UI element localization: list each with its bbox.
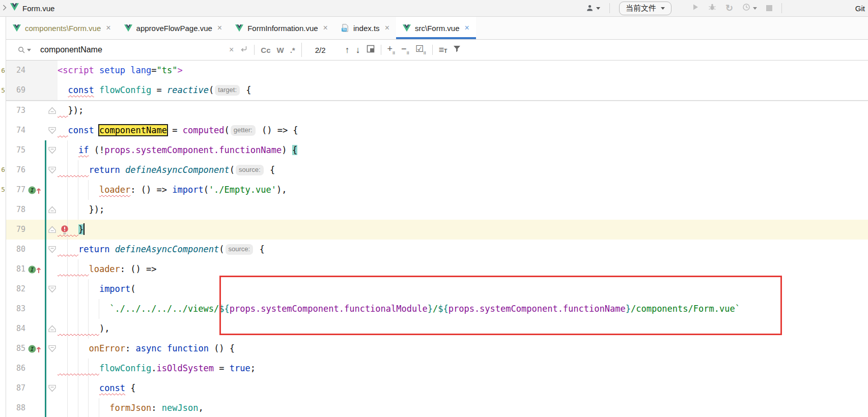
code-token: function [167,343,209,353]
tab-close-icon[interactable]: × [106,24,110,32]
implementing-icon[interactable]: I [27,343,43,354]
tab[interactable]: FormInformation.vue× [229,17,334,39]
prev-match-button[interactable]: ↑ [345,45,350,54]
vue-file-icon [235,24,243,32]
fold-icon[interactable] [48,206,57,214]
separator [301,43,302,57]
filter-button[interactable] [453,45,461,54]
code-token: defineAsyncComponent [115,244,219,254]
code-token: ; [250,363,256,373]
remove-occurrence-button[interactable]: −II [401,44,409,55]
separator [432,45,433,55]
fold-icon[interactable] [48,384,57,392]
tab-close-icon[interactable]: × [464,24,469,32]
words-toggle[interactable]: W [277,46,284,54]
code-token: computed [183,125,225,135]
change-bar [45,378,46,398]
tab-close-icon[interactable]: × [323,24,328,32]
implementing-icon[interactable]: I [27,264,43,275]
fold-icon[interactable] [48,226,57,233]
fold-icon[interactable] [48,285,57,293]
git-label[interactable]: Git [855,4,865,13]
code-line[interactable]: 69 const flowConfig = reactive(target: { [0,80,868,100]
tab[interactable]: components\Form.vue× [6,17,118,39]
select-all-matches-button[interactable] [367,45,375,55]
svg-text:TS: TS [342,28,346,31]
code-line[interactable]: 74 const componentName = computed(getter… [0,121,868,140]
tab-close-icon[interactable]: × [217,24,222,32]
code-token: { [125,383,135,393]
code-token: <script [58,65,94,75]
match-case-toggle[interactable]: Cc [261,46,270,54]
code-token [58,85,68,95]
code-token [94,65,99,75]
code-token: lang [130,65,151,75]
code-token: loader [89,264,120,274]
editor[interactable]: 24<script setup lang="ts">69 const flowC… [0,61,868,417]
change-bar [45,160,46,180]
filter-lines-button[interactable]: ≡T [439,45,447,54]
code-line[interactable]: 80 return defineAsyncComponent(source: { [0,240,868,259]
code-token [58,403,109,413]
fold-icon[interactable] [48,246,57,253]
fold-icon[interactable] [48,127,57,134]
profiler-button[interactable] [742,3,750,13]
run-config-combo[interactable]: 当前文件 [619,2,671,15]
code-text: onError: async function () { [58,339,868,359]
code-token: return [78,244,109,254]
run-with-coverage-button[interactable]: ↻ [725,4,733,13]
chevron-down-icon [27,49,31,51]
tab[interactable]: TSindex.ts× [334,17,396,39]
left-edge-strip: 6565 [0,17,6,417]
code-line[interactable]: 79 } [0,220,868,240]
newline-icon[interactable] [240,45,248,55]
next-match-button[interactable]: ↓ [356,45,360,54]
code-text: }); [58,200,868,220]
code-token [58,204,89,215]
code-token: , [198,403,203,413]
code-token: const [99,383,125,393]
tab[interactable]: approveFlowPage.vue× [118,17,229,39]
code-line[interactable]: 85I onError: async function () { [0,339,868,359]
code-token: reactive [167,85,209,95]
code-line[interactable]: 73 }); [0,101,868,121]
run-config-label: 当前文件 [626,4,656,13]
code-line[interactable]: 77I loader: () => import('./Empty.vue'), [0,180,868,200]
vue-file-icon [13,24,21,32]
error-icon[interactable] [60,225,69,234]
code-token: setup [99,65,125,75]
fold-icon[interactable] [48,325,57,333]
svg-text:I: I [31,266,34,273]
code-line[interactable]: 24<script setup lang="ts"> [0,61,868,80]
code-token: async [136,343,162,353]
search-input[interactable]: componentName [40,45,102,54]
stop-button[interactable] [766,5,772,11]
clear-search-icon[interactable]: × [229,46,234,54]
tab-close-icon[interactable]: × [385,24,389,32]
debug-button[interactable] [708,3,716,13]
regex-toggle[interactable]: .* [290,46,295,54]
fold-icon[interactable] [48,166,57,174]
run-button[interactable] [692,4,699,13]
search-icon[interactable] [17,46,31,54]
code-line[interactable]: 87 const { [0,378,868,398]
implementing-icon[interactable]: I [27,185,43,195]
window-title: Form.vue [22,4,54,13]
code-token [58,125,68,135]
code-token: defineAsyncComponent [125,165,230,175]
fold-icon[interactable] [48,345,57,352]
select-all-occurrences-button[interactable]: ☑II [415,44,426,55]
fold-icon[interactable] [48,107,57,114]
code-line[interactable]: 75 if (!props.systemComponent.functionNa… [0,140,868,160]
tab[interactable]: src\Form.vue× [396,17,476,39]
add-occurrence-button[interactable]: +II [387,44,396,55]
fold-icon[interactable] [48,146,57,154]
code-token: : [151,403,161,413]
search-bar: componentName × Cc W .* 2/2 ↑ ↓ +II −II … [6,40,868,61]
code-line[interactable]: 76 return defineAsyncComponent(source: { [0,160,868,180]
code-line[interactable]: 86 flowConfig.isOldSystem = true; [0,359,868,378]
chevron-down-icon[interactable] [753,7,757,10]
code-line[interactable]: 88 formJson: newJson, [0,398,868,417]
users-button[interactable] [585,4,600,12]
code-line[interactable]: 78 }); [0,200,868,220]
